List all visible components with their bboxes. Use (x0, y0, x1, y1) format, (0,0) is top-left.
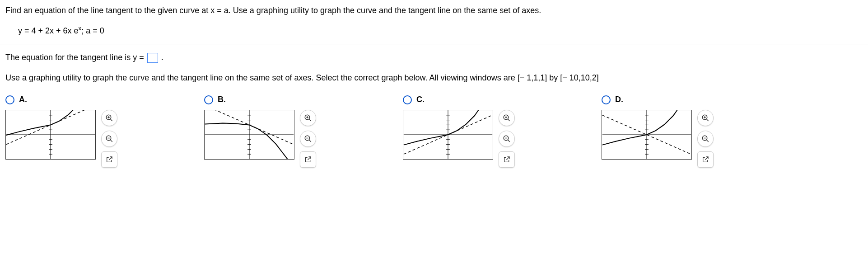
graph-prompt: Use a graphing utility to graph the curv… (5, 72, 863, 84)
option-label-c: C. (416, 95, 425, 104)
radio-b[interactable] (204, 95, 213, 104)
svg-line-19 (109, 157, 112, 160)
zoom-out-icon[interactable] (697, 131, 714, 147)
problem-equation: y = 4 + 2x + 6x ex; a = 0 (5, 17, 863, 39)
option-c: C. (403, 95, 574, 168)
zoom-out-icon[interactable] (300, 131, 316, 147)
option-label-d: D. (615, 95, 623, 104)
option-d: D. (602, 95, 773, 168)
zoom-out-icon[interactable] (499, 131, 515, 147)
radio-a[interactable] (5, 95, 14, 104)
problem-prompt: Find an equation of the line tangent to … (5, 5, 863, 17)
svg-line-32 (309, 119, 311, 121)
problem-statement: Find an equation of the line tangent to … (0, 0, 868, 44)
svg-line-55 (508, 140, 510, 142)
radio-c[interactable] (403, 95, 412, 104)
options-row: A. (0, 89, 868, 173)
svg-line-74 (706, 140, 709, 142)
option-a: A. (5, 95, 177, 168)
answer-prompt-after: . (161, 53, 163, 62)
popout-icon[interactable] (499, 151, 515, 168)
option-label-a: A. (19, 95, 27, 104)
svg-line-57 (506, 157, 509, 160)
svg-line-17 (110, 140, 112, 142)
equation-suffix: ; a = 0 (81, 26, 104, 35)
zoom-in-icon[interactable] (101, 110, 117, 126)
option-label-b: B. (218, 95, 226, 104)
graph-b (204, 110, 294, 160)
zoom-in-icon[interactable] (499, 110, 515, 126)
graph-a (5, 110, 96, 160)
svg-line-13 (110, 119, 112, 121)
svg-line-51 (508, 119, 510, 121)
popout-icon[interactable] (300, 151, 316, 168)
answer-prompt-before: The equation for the tangent line is y = (5, 53, 146, 62)
zoom-in-icon[interactable] (300, 110, 316, 126)
svg-line-70 (706, 119, 709, 121)
radio-d[interactable] (602, 95, 611, 104)
svg-line-38 (308, 157, 311, 160)
svg-line-76 (705, 157, 708, 160)
equation-prefix: y = 4 + 2x + 6x e (18, 26, 79, 35)
zoom-in-icon[interactable] (697, 110, 714, 126)
popout-icon[interactable] (101, 151, 117, 168)
popout-icon[interactable] (697, 151, 714, 168)
zoom-out-icon[interactable] (101, 131, 117, 147)
graph-d (602, 110, 692, 160)
svg-line-36 (309, 140, 311, 142)
option-b: B. (204, 95, 376, 168)
answer-section: The equation for the tangent line is y =… (0, 44, 868, 89)
answer-input[interactable] (147, 53, 158, 63)
graph-c (403, 110, 493, 160)
